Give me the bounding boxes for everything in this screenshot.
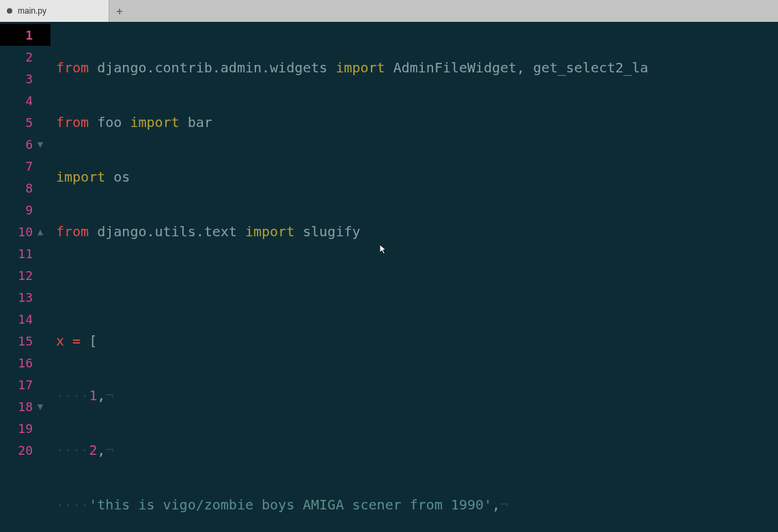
line-number: 15: [8, 334, 33, 348]
gutter-line[interactable]: 1▼: [0, 24, 51, 46]
line-number: 2: [8, 50, 33, 64]
fold-up-icon[interactable]: ▲: [34, 226, 46, 237]
code-area[interactable]: from django.contrib.admin.widgets import…: [51, 22, 778, 532]
code-line: x = [: [56, 330, 778, 352]
line-number-gutter[interactable]: 1▼2▼3▼4▼5▼6▼7▼8▼9▼10▲11▼12▼13▼14▼15▼16▼1…: [0, 22, 51, 532]
gutter-line[interactable]: 3▼: [0, 68, 51, 89]
line-number: 13: [8, 290, 33, 305]
line-number: 18: [8, 400, 33, 414]
gutter-line[interactable]: 18▼: [0, 395, 51, 417]
gutter-line[interactable]: 13▼: [0, 286, 51, 308]
gutter-line[interactable]: 20▼: [0, 439, 51, 461]
code-line: ····1,¬: [56, 384, 778, 406]
code-line: [56, 275, 778, 297]
gutter-line[interactable]: 8▼: [0, 177, 51, 199]
gutter-line[interactable]: 15▼: [0, 330, 51, 352]
gutter-line[interactable]: 9▼: [0, 199, 51, 221]
new-tab-button[interactable]: +: [109, 0, 130, 22]
line-number: 10: [8, 225, 33, 239]
plus-icon: +: [116, 5, 123, 18]
gutter-line[interactable]: 10▲: [0, 221, 51, 242]
gutter-line[interactable]: 16▼: [0, 352, 51, 374]
line-number: 14: [8, 312, 33, 326]
gutter-line[interactable]: 17▼: [0, 374, 51, 395]
line-number: 19: [8, 421, 33, 436]
line-number: 5: [8, 115, 33, 130]
line-number: 7: [8, 159, 33, 173]
tab-bar: main.py +: [0, 0, 778, 22]
dirty-indicator-icon: [7, 8, 12, 14]
code-line: from django.contrib.admin.widgets import…: [56, 57, 778, 79]
line-number: 16: [8, 356, 33, 370]
editor: 1▼2▼3▼4▼5▼6▼7▼8▼9▼10▲11▼12▼13▼14▼15▼16▼1…: [0, 22, 778, 532]
line-number: 11: [8, 247, 33, 261]
gutter-line[interactable]: 11▼: [0, 242, 51, 264]
code-line: from foo import bar: [56, 111, 778, 133]
gutter-line[interactable]: 14▼: [0, 308, 51, 330]
line-number: 3: [8, 72, 33, 86]
fold-down-icon[interactable]: ▼: [34, 401, 46, 412]
gutter-line[interactable]: 6▼: [0, 133, 51, 155]
line-number: 4: [8, 94, 33, 108]
line-number: 17: [8, 378, 33, 392]
line-number: 9: [8, 203, 33, 217]
line-number: 6: [8, 137, 33, 152]
gutter-line[interactable]: 12▼: [0, 264, 51, 286]
fold-down-icon[interactable]: ▼: [34, 139, 46, 150]
line-number: 20: [8, 443, 33, 458]
gutter-line[interactable]: 4▼: [0, 89, 51, 111]
code-line: from django.utils.text import slugify: [56, 221, 778, 242]
line-number: 12: [8, 268, 33, 283]
gutter-line[interactable]: 2▼: [0, 46, 51, 68]
tab-label: main.py: [18, 6, 96, 16]
code-line: import os: [56, 166, 778, 188]
code-line: ····'this is vigo/zombie boys AMIGA scen…: [56, 494, 778, 516]
gutter-line[interactable]: 5▼: [0, 111, 51, 133]
gutter-line[interactable]: 19▼: [0, 417, 51, 439]
gutter-line[interactable]: 7▼: [0, 155, 51, 177]
line-number: 8: [8, 181, 33, 195]
code-line: ····2,¬: [56, 439, 778, 461]
tab-main-py[interactable]: main.py: [0, 0, 109, 22]
line-number: 1: [8, 28, 33, 42]
